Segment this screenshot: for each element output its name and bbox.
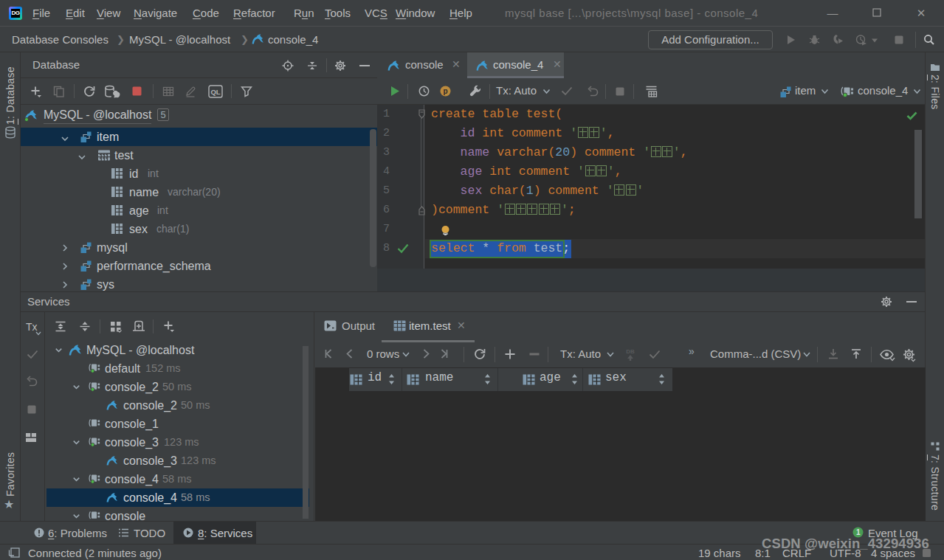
svg-text:p: p: [443, 87, 447, 95]
svg-text:QL: QL: [210, 88, 220, 96]
svg-text:DB: DB: [626, 348, 635, 355]
